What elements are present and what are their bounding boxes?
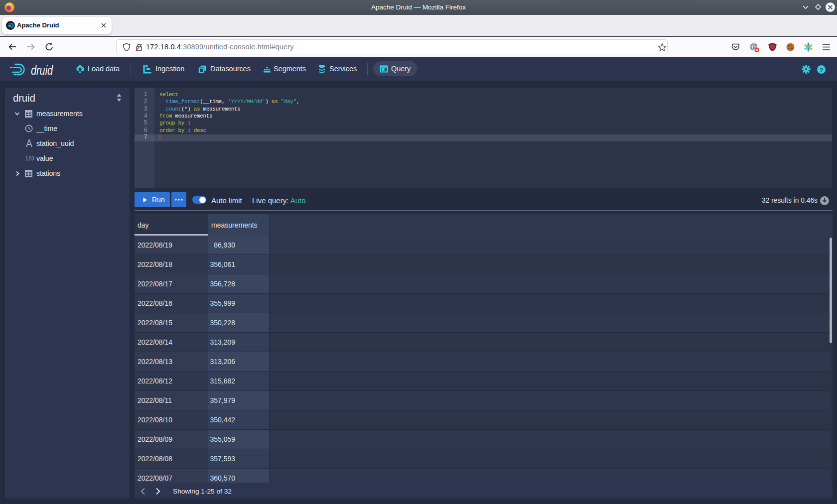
svg-text:?: ? <box>820 67 823 73</box>
